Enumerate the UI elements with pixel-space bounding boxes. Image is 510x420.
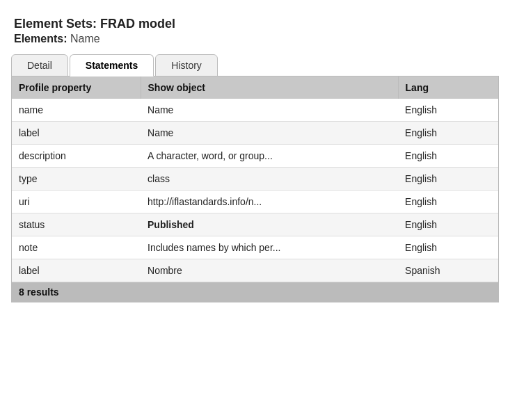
page-title-line2: Elements: Name (14, 33, 496, 45)
table-row: urihttp://iflastandards.info/n...English (12, 191, 498, 213)
results-text: 8 results (19, 286, 59, 298)
table-header-row: Profile property Show object Lang (12, 76, 498, 99)
results-row: 8 results (12, 282, 498, 302)
cell-lang: English (398, 99, 498, 122)
table-row: labelNombreSpanish (12, 259, 498, 282)
cell-show-object: Nombre (141, 259, 398, 282)
cell-show-object: A character, word, or group... (141, 145, 398, 168)
table-row: labelNameEnglish (12, 122, 498, 145)
tab-history[interactable]: History (155, 54, 218, 76)
cell-show-object: class (141, 168, 398, 191)
cell-profile-property: uri (12, 191, 141, 213)
data-table: Profile property Show object Lang nameNa… (12, 76, 498, 282)
cell-lang: Spanish (398, 259, 498, 282)
cell-show-object: Published (141, 213, 398, 236)
cell-show-object: Name (141, 99, 398, 122)
table-wrapper: Profile property Show object Lang nameNa… (11, 76, 499, 302)
page-header: Element Sets: FRAD model Elements: Name (11, 11, 499, 54)
col-header-show-object: Show object (141, 76, 398, 99)
tabs: Detail Statements History (11, 54, 499, 76)
table-row: typeclassEnglish (12, 168, 498, 191)
cell-show-object: Includes names by which per... (141, 236, 398, 259)
cell-lang: English (398, 213, 498, 236)
tab-detail[interactable]: Detail (11, 54, 68, 76)
cell-profile-property: description (12, 145, 141, 168)
cell-lang: English (398, 145, 498, 168)
cell-lang: English (398, 122, 498, 145)
page-title-line1: Element Sets: FRAD model (14, 17, 496, 31)
cell-show-object: http://iflastandards.info/n... (141, 191, 398, 213)
element-name: Name (70, 33, 100, 45)
cell-profile-property: status (12, 213, 141, 236)
cell-profile-property: label (12, 259, 141, 282)
col-header-profile-property: Profile property (12, 76, 141, 99)
cell-lang: English (398, 236, 498, 259)
col-header-lang: Lang (398, 76, 498, 99)
table-row: descriptionA character, word, or group..… (12, 145, 498, 168)
cell-profile-property: label (12, 122, 141, 145)
table-row: nameNameEnglish (12, 99, 498, 122)
cell-profile-property: name (12, 99, 141, 122)
cell-profile-property: note (12, 236, 141, 259)
cell-lang: English (398, 168, 498, 191)
cell-show-object: Name (141, 122, 398, 145)
table-row: statusPublishedEnglish (12, 213, 498, 236)
table-row: noteIncludes names by which per...Englis… (12, 236, 498, 259)
cell-profile-property: type (12, 168, 141, 191)
tabs-wrapper: Detail Statements History (11, 54, 499, 76)
elements-prefix: Elements: (14, 33, 67, 45)
tab-statements[interactable]: Statements (70, 54, 154, 76)
cell-lang: English (398, 191, 498, 213)
